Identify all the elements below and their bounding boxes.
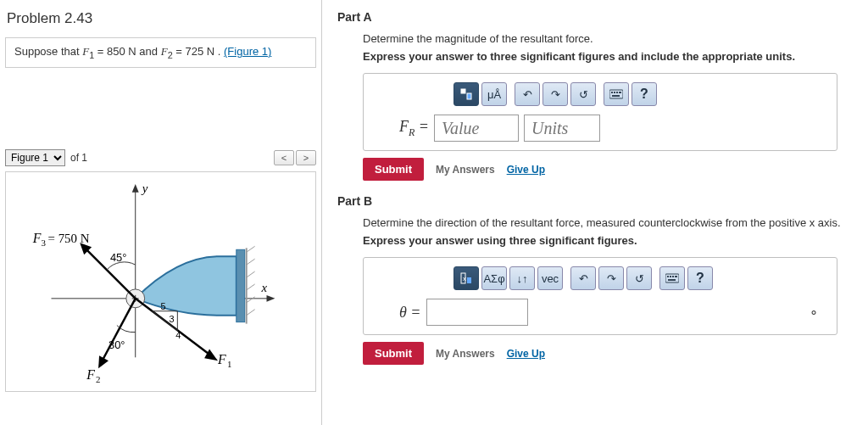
svg-text:= 750 N: = 750 N	[48, 232, 90, 245]
svg-marker-27	[204, 349, 218, 361]
svg-text:3: 3	[42, 238, 47, 248]
axis-y: y	[141, 181, 148, 194]
svg-text:2: 2	[96, 374, 100, 384]
svg-marker-2	[132, 183, 139, 192]
eq: =	[407, 304, 421, 321]
text: Suppose that	[14, 45, 82, 58]
undo-icon[interactable]: ↶	[515, 82, 540, 106]
text: = 850 N	[94, 45, 136, 58]
greek-icon[interactable]: ΑΣφ	[481, 266, 507, 290]
svg-rect-40	[619, 92, 621, 93]
figure-link[interactable]: (Figure 1)	[224, 45, 271, 58]
figure-image: y x F 3 = 750 N 45°	[5, 171, 316, 392]
give-up-link[interactable]: Give Up	[507, 348, 545, 360]
svg-rect-4	[236, 249, 245, 322]
svg-line-6	[247, 246, 255, 252]
svg-rect-34	[461, 89, 465, 93]
problem-title: Problem 2.43	[0, 7, 321, 34]
part-b-desc: Determine the direction of the resultant…	[363, 216, 853, 229]
svg-rect-46	[667, 276, 669, 277]
figure-count: of 1	[70, 152, 87, 164]
degree-symbol: ∘	[810, 305, 818, 321]
part-b-title: Part B	[337, 194, 853, 208]
svg-line-9	[247, 284, 255, 290]
keyboard-icon[interactable]	[659, 266, 685, 290]
svg-text:30°: 30°	[108, 338, 125, 351]
svg-line-7	[247, 259, 255, 265]
figure-select[interactable]: Figure 1	[5, 149, 65, 166]
help-icon[interactable]: ?	[687, 266, 713, 290]
svg-text:1: 1	[227, 359, 231, 369]
svg-line-21	[102, 298, 136, 361]
svg-text:F: F	[86, 367, 95, 382]
svg-rect-36	[609, 90, 623, 98]
theta-input[interactable]	[426, 299, 528, 326]
svg-rect-37	[611, 92, 613, 93]
toolbar-b: x ΑΣφ ↓↑ vec ↶ ↷ ↺ ?	[453, 266, 826, 290]
part-a-instr: Express your answer to three significant…	[363, 50, 853, 63]
var-f2: F	[161, 45, 168, 58]
toolbar-a: μÅ ↶ ↷ ↺ ?	[453, 82, 826, 106]
svg-rect-35	[467, 93, 471, 99]
var-theta: θ	[399, 304, 407, 321]
problem-statement: Suppose that F1 = 850 N and F2 = 725 N .…	[5, 37, 316, 68]
redo-icon[interactable]: ↷	[542, 82, 568, 106]
part-a-title: Part A	[337, 10, 853, 24]
my-answers-link[interactable]: My Answers	[436, 348, 495, 360]
give-up-link[interactable]: Give Up	[507, 164, 545, 176]
svg-text:4: 4	[175, 330, 181, 340]
svg-text:F: F	[217, 352, 226, 366]
svg-rect-44	[467, 277, 471, 283]
help-icon[interactable]: ?	[632, 82, 657, 106]
var-fr: F	[399, 118, 409, 135]
svg-line-8	[247, 271, 255, 277]
redo-icon[interactable]: ↷	[598, 266, 624, 290]
svg-rect-50	[668, 279, 676, 281]
svg-text:x: x	[463, 275, 466, 282]
eq: =	[415, 118, 429, 135]
reset-icon[interactable]: ↺	[570, 82, 596, 106]
text: and	[139, 45, 160, 58]
keyboard-icon[interactable]	[604, 82, 629, 106]
svg-rect-45	[665, 274, 679, 282]
template-icon[interactable]	[453, 82, 479, 106]
svg-rect-41	[612, 95, 620, 97]
svg-text:5: 5	[161, 300, 166, 310]
part-b-instr: Express your answer using three signific…	[363, 234, 853, 247]
svg-text:45°: 45°	[110, 251, 127, 264]
var-f1: F	[82, 45, 89, 58]
submit-button[interactable]: Submit	[363, 158, 424, 181]
svg-line-11	[247, 309, 255, 315]
undo-icon[interactable]: ↶	[570, 266, 596, 290]
axis-x: x	[261, 281, 268, 294]
svg-line-10	[247, 296, 255, 302]
vec-icon[interactable]: vec	[537, 266, 563, 290]
part-a-desc: Determine the magnitude of the resultant…	[363, 32, 853, 45]
text: = 725 N	[173, 45, 215, 58]
figure-next-button[interactable]: >	[296, 150, 316, 165]
svg-rect-38	[614, 92, 615, 93]
svg-text:F: F	[32, 231, 42, 245]
svg-rect-48	[672, 276, 674, 277]
submit-button[interactable]: Submit	[363, 342, 424, 365]
svg-rect-49	[675, 276, 677, 277]
text: .	[218, 45, 224, 58]
units-input[interactable]	[524, 115, 600, 142]
units-icon[interactable]: μÅ	[481, 82, 507, 106]
template-icon[interactable]: x	[453, 266, 479, 290]
subsup-icon[interactable]: ↓↑	[509, 266, 535, 290]
figure-prev-button[interactable]: <	[274, 150, 294, 165]
svg-text:3: 3	[169, 313, 174, 323]
svg-rect-39	[616, 92, 618, 93]
svg-rect-47	[670, 276, 671, 277]
svg-marker-3	[267, 294, 275, 301]
value-input[interactable]	[434, 115, 519, 142]
my-answers-link[interactable]: My Answers	[436, 164, 495, 176]
reset-icon[interactable]: ↺	[626, 266, 652, 290]
